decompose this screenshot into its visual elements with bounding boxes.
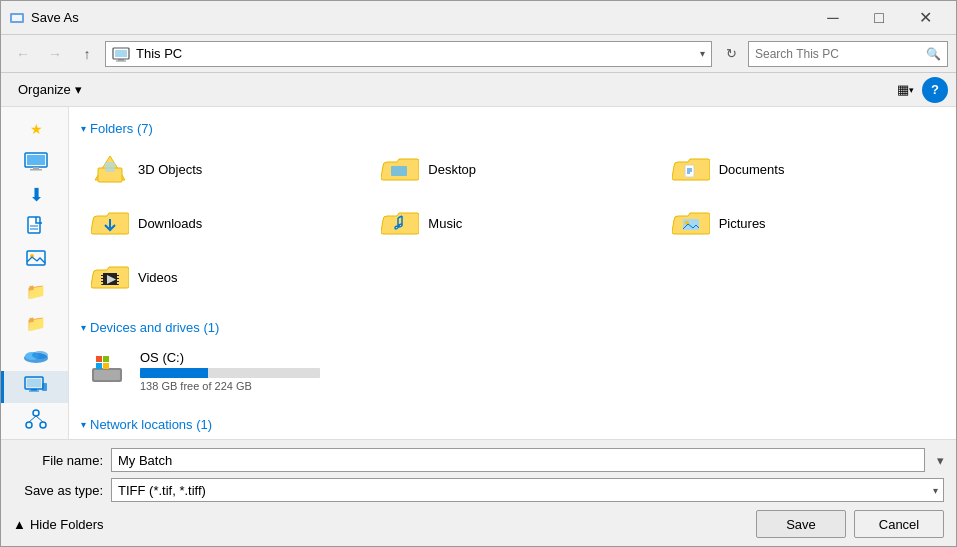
svg-rect-5 <box>116 60 126 61</box>
drive-name-c: OS (C:) <box>140 350 935 365</box>
dialog-title: Save As <box>31 10 810 25</box>
svg-rect-41 <box>101 276 103 278</box>
network-section-header[interactable]: ▾ Network locations (1) <box>81 411 944 439</box>
view-button[interactable]: ▦ ▾ <box>892 77 918 103</box>
help-button[interactable]: ? <box>922 77 948 103</box>
drive-item-c[interactable]: OS (C:) 138 GB free of 224 GB <box>81 343 944 399</box>
svg-point-23 <box>33 410 39 416</box>
svg-rect-13 <box>27 251 45 265</box>
network-section-label: Network locations (1) <box>90 417 212 432</box>
maximize-button[interactable]: □ <box>856 1 902 35</box>
file-fields: File name: ▾ Save as type: TIFF (*.tif, … <box>13 448 944 502</box>
save-button[interactable]: Save <box>756 510 846 538</box>
drive-icon-c <box>90 353 130 389</box>
close-button[interactable]: ✕ <box>902 1 948 35</box>
forward-button[interactable]: → <box>41 41 69 67</box>
folder-item-documents[interactable]: Documents <box>662 144 944 194</box>
downloads-sidebar-icon: ⬇ <box>29 184 44 206</box>
main-area: ★ ⬇ <box>1 107 956 439</box>
folder-name-documents: Documents <box>719 162 785 177</box>
folder-name-music: Music <box>428 216 462 231</box>
network-chevron-icon: ▾ <box>81 419 86 430</box>
folder-item-pictures[interactable]: Pictures <box>662 198 944 248</box>
folder-item-downloads[interactable]: Downloads <box>81 198 363 248</box>
folder-name-3dobjects: 3D Objects <box>138 162 202 177</box>
thispc-sidebar-icon <box>24 376 48 398</box>
view-icon: ▦ <box>897 82 909 97</box>
folder-icon-documents <box>671 151 711 187</box>
svg-rect-45 <box>117 276 119 278</box>
sidebar-item-documents[interactable] <box>1 211 68 243</box>
filetype-select[interactable]: TIFF (*.tif, *.tiff) JPEG (*.jpg, *.jpeg… <box>111 478 944 502</box>
search-input[interactable] <box>755 47 926 61</box>
sidebar-item-pictures[interactable] <box>1 243 68 275</box>
devices-chevron-icon: ▾ <box>81 322 86 333</box>
title-bar: Save As ─ □ ✕ <box>1 1 956 35</box>
back-icon: ← <box>16 46 30 62</box>
sidebar-item-desktop[interactable] <box>1 147 68 179</box>
folder-icon-pictures <box>671 205 711 241</box>
folders-section-label: Folders (7) <box>90 121 153 136</box>
svg-rect-4 <box>118 59 124 61</box>
pictures-sidebar-icon <box>25 248 47 270</box>
sidebar-item-thispc[interactable] <box>1 371 68 403</box>
documents-sidebar-icon <box>25 216 47 238</box>
back-button[interactable]: ← <box>9 41 37 67</box>
cancel-button[interactable]: Cancel <box>854 510 944 538</box>
hide-folders-icon: ▲ <box>13 517 26 532</box>
up-button[interactable]: ↑ <box>73 41 101 67</box>
folder-icon-music <box>380 205 420 241</box>
svg-rect-44 <box>117 273 119 275</box>
window-controls: ─ □ ✕ <box>810 1 948 35</box>
network-sidebar-icon <box>24 408 48 430</box>
organize-button[interactable]: Organize ▾ <box>9 77 91 103</box>
address-bar: ← → ↑ This PC ▾ ↻ 🔍 <box>1 35 956 73</box>
svg-rect-54 <box>103 363 109 369</box>
svg-rect-19 <box>27 379 41 387</box>
dialog-actions: Save Cancel <box>756 510 944 538</box>
folder-name-videos: Videos <box>138 270 178 285</box>
toolbar: Organize ▾ ▦ ▾ ? <box>1 73 956 107</box>
sidebar-item-downloads[interactable]: ⬇ <box>1 179 68 211</box>
folder-name-downloads: Downloads <box>138 216 202 231</box>
folder-item-music[interactable]: Music <box>371 198 653 248</box>
folder-item-desktop[interactable]: Desktop <box>371 144 653 194</box>
sidebar-item-network[interactable] <box>1 403 68 435</box>
svg-rect-22 <box>42 383 47 391</box>
refresh-button[interactable]: ↻ <box>718 41 744 67</box>
forward-icon: → <box>48 46 62 62</box>
hide-folders-button[interactable]: ▲ Hide Folders <box>13 517 104 532</box>
filename-input[interactable] <box>111 448 925 472</box>
sidebar: ★ ⬇ <box>1 107 69 439</box>
onedrive-icon <box>23 346 49 364</box>
svg-rect-53 <box>96 363 102 369</box>
svg-point-17 <box>32 351 48 359</box>
sidebar-item-more1[interactable]: 📁 <box>1 275 68 307</box>
svg-rect-40 <box>101 273 103 275</box>
folder-item-3dobjects[interactable]: 3D Objects <box>81 144 363 194</box>
dialog-icon <box>9 10 25 26</box>
minimize-button[interactable]: ─ <box>810 1 856 35</box>
svg-point-24 <box>26 422 32 428</box>
svg-rect-9 <box>30 169 42 171</box>
sidebar-item-quickaccess[interactable]: ★ <box>1 111 68 147</box>
view-chevron-icon: ▾ <box>909 85 914 95</box>
organize-chevron-icon: ▾ <box>75 82 82 97</box>
svg-rect-30 <box>105 162 115 172</box>
filetype-select-wrap: TIFF (*.tif, *.tiff) JPEG (*.jpg, *.jpeg… <box>111 478 944 502</box>
folders-section-header[interactable]: ▾ Folders (7) <box>81 115 944 144</box>
devices-section-header[interactable]: ▾ Devices and drives (1) <box>81 314 944 343</box>
filename-dropdown-icon: ▾ <box>937 453 944 468</box>
sidebar-item-onedrive[interactable] <box>1 339 68 371</box>
folder-icon-3dobjects <box>90 151 130 187</box>
folder-name-desktop: Desktop <box>428 162 476 177</box>
sidebar-item-more2[interactable]: 📁 <box>1 307 68 339</box>
folder-item-videos[interactable]: Videos <box>81 252 363 302</box>
folder-icon-desktop <box>380 151 420 187</box>
search-box[interactable]: 🔍 <box>748 41 948 67</box>
organize-label: Organize <box>18 82 71 97</box>
filename-label: File name: <box>13 453 103 468</box>
address-path[interactable]: This PC ▾ <box>105 41 712 67</box>
path-text: This PC <box>136 46 694 61</box>
svg-rect-31 <box>391 166 407 176</box>
